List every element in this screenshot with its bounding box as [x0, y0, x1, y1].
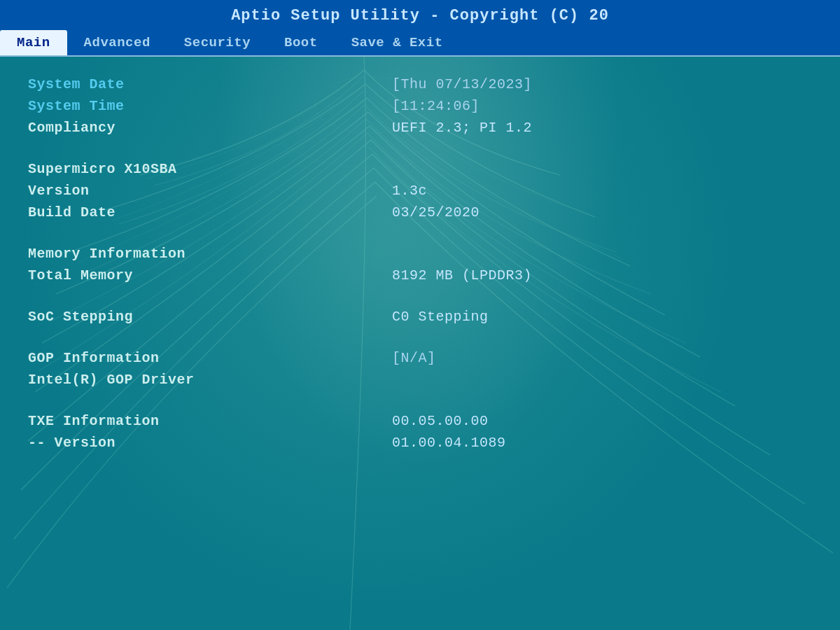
- label-soc-stepping: SoC Stepping: [28, 309, 392, 325]
- row-memory-info: Memory Information: [28, 246, 812, 262]
- label-version: Version: [28, 183, 392, 199]
- value-txe-info: 00.05.00.00: [392, 413, 489, 429]
- gap-2: [28, 226, 812, 246]
- tab-security[interactable]: Security: [167, 30, 267, 55]
- row-gop-driver: Intel(R) GOP Driver: [28, 372, 812, 388]
- label-memory-info: Memory Information: [28, 246, 392, 262]
- tab-save-exit[interactable]: Save & Exit: [335, 30, 460, 55]
- value-system-date[interactable]: [Thu 07/13/2023]: [392, 76, 532, 92]
- value-system-time[interactable]: [11:24:06]: [392, 98, 479, 114]
- label-model: Supermicro X10SBA: [28, 161, 392, 177]
- value-soc-stepping: C0 Stepping: [392, 309, 489, 325]
- tab-main[interactable]: Main: [0, 30, 67, 55]
- gap-1: [28, 141, 812, 161]
- value-version: 1.3c: [392, 183, 427, 199]
- gap-4: [28, 330, 812, 350]
- value-total-memory: 8192 MB (LPDDR3): [392, 267, 532, 284]
- label-gop-info: GOP Information: [28, 350, 392, 366]
- row-system-date: System Date [Thu 07/13/2023]: [28, 76, 812, 92]
- label-txe-info: TXE Information: [28, 413, 392, 429]
- row-compliancy: Compliancy UEFI 2.3; PI 1.2: [28, 120, 812, 136]
- gap-5: [28, 393, 812, 413]
- row-gop-info: GOP Information [N/A]: [28, 350, 812, 366]
- row-soc-stepping: SoC Stepping C0 Stepping: [28, 309, 812, 325]
- nav-bar: Main Advanced Security Boot Save & Exit: [0, 30, 840, 57]
- label-system-date: System Date: [28, 76, 392, 92]
- label-total-memory: Total Memory: [28, 267, 392, 284]
- value-gop-info: [N/A]: [392, 350, 436, 366]
- label-compliancy: Compliancy: [28, 120, 392, 136]
- label-gop-driver: Intel(R) GOP Driver: [28, 372, 392, 388]
- row-system-time: System Time [11:24:06]: [28, 98, 812, 114]
- gap-3: [28, 289, 812, 309]
- row-txe-version: -- Version 01.00.04.1089: [28, 435, 812, 451]
- row-total-memory: Total Memory 8192 MB (LPDDR3): [28, 267, 812, 284]
- tab-advanced[interactable]: Advanced: [67, 30, 167, 55]
- row-txe-info: TXE Information 00.05.00.00: [28, 413, 812, 429]
- value-txe-version: 01.00.04.1089: [392, 435, 506, 451]
- tab-boot[interactable]: Boot: [267, 30, 335, 55]
- label-build-date: Build Date: [28, 204, 392, 220]
- value-compliancy: UEFI 2.3; PI 1.2: [392, 120, 532, 136]
- label-system-time: System Time: [28, 98, 392, 114]
- value-build-date: 03/25/2020: [392, 204, 479, 220]
- header-title: Aptio Setup Utility - Copyright (C) 20: [0, 0, 840, 30]
- row-version: Version 1.3c: [28, 183, 812, 199]
- row-model: Supermicro X10SBA: [28, 161, 812, 177]
- label-txe-version: -- Version: [28, 435, 392, 451]
- content-area: System Date [Thu 07/13/2023] System Time…: [0, 57, 840, 620]
- row-build-date: Build Date 03/25/2020: [28, 204, 812, 220]
